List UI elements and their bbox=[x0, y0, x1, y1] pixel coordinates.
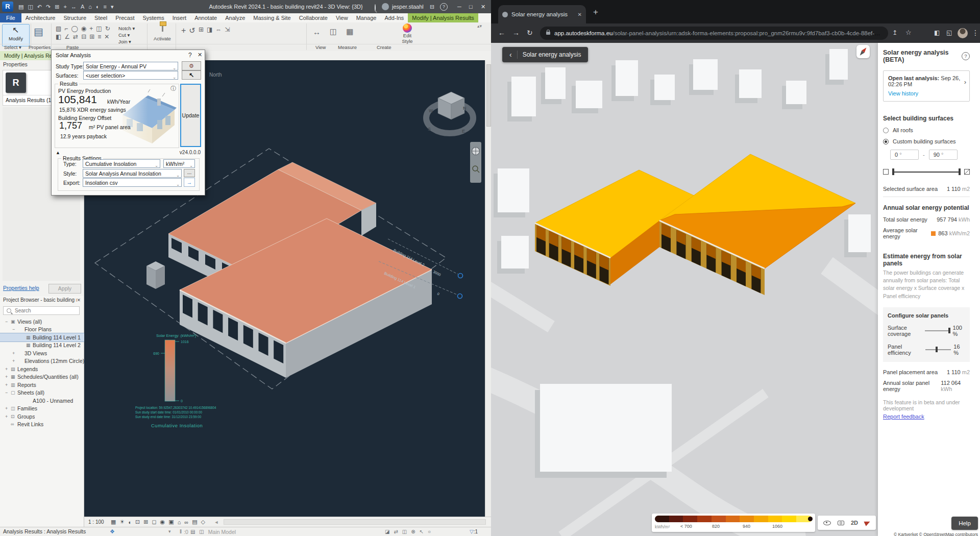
sun-path-icon[interactable]: ☀ bbox=[120, 519, 125, 525]
search-icon[interactable] bbox=[375, 4, 376, 11]
rotate-tool-icon[interactable]: ↺ bbox=[187, 26, 197, 36]
angle-max-input[interactable]: 90 ° bbox=[929, 150, 958, 160]
back-button[interactable]: ← bbox=[498, 29, 505, 37]
default-3d-view-icon[interactable]: ⌂ bbox=[88, 0, 92, 13]
tree-expander[interactable]: + bbox=[5, 414, 11, 419]
ribbon-tab[interactable]: Structure bbox=[59, 13, 90, 22]
chevron-down-icon[interactable]: ▾ bbox=[168, 529, 171, 534]
extensions-puzzle-icon[interactable]: ◧ bbox=[934, 29, 940, 36]
customize-qat-icon[interactable]: ▾ bbox=[111, 0, 114, 13]
viewcube-east[interactable]: E bbox=[462, 129, 465, 134]
activate-button[interactable]: Activate bbox=[151, 25, 174, 41]
scrollbar-thumb[interactable] bbox=[486, 64, 491, 127]
exclude-options-icon[interactable]: ⊗ bbox=[411, 529, 415, 534]
profile-avatar[interactable] bbox=[958, 28, 968, 38]
view-scale[interactable]: 1 : 100 bbox=[88, 519, 104, 525]
all-roofs-option[interactable]: All roofs bbox=[883, 127, 970, 133]
worksharing-display-icon[interactable]: ▤ bbox=[192, 519, 197, 525]
dialog-help-icon[interactable]: ? bbox=[188, 52, 192, 59]
shadows-icon[interactable]: ◐ bbox=[128, 519, 132, 525]
show-crop-icon[interactable]: ⊞ bbox=[143, 519, 148, 525]
thin-lines-icon[interactable]: ≡ bbox=[104, 0, 107, 13]
array-tool-icon[interactable]: ⊞ bbox=[197, 26, 205, 36]
tree-item[interactable]: − ▣ Views (all) bbox=[0, 318, 84, 326]
scale-tool-icon[interactable]: ⇲ bbox=[223, 26, 231, 36]
apply-button[interactable]: Apply bbox=[48, 284, 81, 294]
tree-item[interactable]: + 3D Views bbox=[0, 349, 84, 357]
back-chevron-icon[interactable]: ‹ bbox=[509, 51, 512, 59]
side-panel-icon[interactable]: ◱ bbox=[946, 29, 952, 36]
reload-button[interactable]: ↻ bbox=[527, 29, 533, 37]
ribbon-tab[interactable]: File bbox=[0, 13, 21, 22]
avatar[interactable] bbox=[382, 3, 389, 10]
viewcube-north[interactable]: N bbox=[463, 106, 467, 111]
help-icon[interactable]: ? bbox=[440, 3, 448, 11]
tree-expander[interactable]: − bbox=[5, 319, 11, 324]
forma-canvas[interactable]: ‹ Solar energy analysis Solar energy ana… bbox=[491, 43, 980, 536]
coverage-slider-handle[interactable] bbox=[948, 328, 950, 333]
viewcube-west[interactable]: W bbox=[429, 108, 433, 113]
constraints-icon[interactable]: ∞ bbox=[184, 519, 188, 525]
canvas-vertical-scrollbar[interactable] bbox=[485, 60, 491, 517]
ribbon-tab[interactable]: Architecture bbox=[21, 13, 60, 22]
signed-in-user[interactable]: jesper.staahl bbox=[392, 0, 424, 13]
cut-geometry-icon[interactable]: ◯ bbox=[69, 25, 79, 33]
edit-style-button[interactable]: Edit Style bbox=[397, 23, 418, 44]
tree-item[interactable]: − ▢ Sheets (all) bbox=[0, 389, 84, 397]
close-icon[interactable]: ✕ bbox=[77, 298, 81, 303]
custom-surfaces-option[interactable]: Custom building surfaces bbox=[883, 138, 970, 144]
workset-icon[interactable]: ‖ bbox=[180, 529, 182, 534]
coverage-slider[interactable] bbox=[925, 330, 950, 331]
main-model-label[interactable]: Main Model bbox=[208, 529, 236, 535]
export-button[interactable]: → bbox=[184, 178, 195, 187]
help-button[interactable]: Help bbox=[951, 517, 978, 530]
breadcrumb[interactable]: ‹ Solar energy analysis bbox=[502, 47, 588, 62]
analytical-model-icon[interactable]: ⌂ bbox=[178, 519, 181, 525]
tree-item[interactable]: ∞ Revit Links bbox=[0, 421, 84, 429]
view-window-icon[interactable]: ◫ bbox=[328, 27, 338, 37]
navigation-bar[interactable] bbox=[470, 142, 481, 183]
url-bar[interactable]: app.autodeskforma.eu/solar-panel-analysi… bbox=[540, 27, 888, 40]
2d-mode-button[interactable]: 2D bbox=[851, 520, 858, 526]
menu-kebab-icon[interactable]: ⋮ bbox=[972, 29, 979, 37]
properties-icon[interactable]: ▤ bbox=[34, 26, 43, 38]
link-icon[interactable]: ◫ bbox=[199, 529, 204, 534]
visual-style-icon[interactable]: ▦ bbox=[111, 519, 116, 525]
level-head-icon[interactable] bbox=[458, 294, 462, 299]
ribbon-tab[interactable]: Manage bbox=[352, 13, 381, 22]
slider-handle-max[interactable] bbox=[959, 168, 961, 175]
view-history-link[interactable]: View history bbox=[888, 90, 918, 96]
offset-icon[interactable]: ⇄ bbox=[71, 33, 80, 41]
ribbon-tab[interactable]: Precast bbox=[111, 13, 138, 22]
type-dropdown[interactable]: Cumulative Insolation ⌄ bbox=[83, 159, 160, 168]
new-tab-button[interactable]: + bbox=[593, 7, 598, 17]
filter-control[interactable]: ▽ :1 bbox=[470, 527, 478, 536]
trim-icon[interactable]: ∠ bbox=[63, 33, 71, 41]
tree-item[interactable]: ▦ Building 114 Level 2 bbox=[0, 342, 84, 350]
temporary-hide-icon[interactable]: ◻ bbox=[152, 519, 156, 525]
tree-item[interactable]: A100 - Unnamed bbox=[0, 397, 84, 405]
paste-icon[interactable]: ▧ bbox=[54, 25, 63, 33]
ribbon-tab[interactable]: Annotate bbox=[190, 13, 221, 22]
ribbon-collapse-icon[interactable]: ▴▾ bbox=[477, 23, 482, 29]
editable-only-icon[interactable]: ◪ bbox=[385, 529, 389, 534]
move-cross-icon[interactable]: + bbox=[180, 26, 187, 36]
tree-item[interactable]: + Elevations (12mm Circle) bbox=[0, 357, 84, 366]
sync-status-icon[interactable]: ❖ bbox=[110, 528, 115, 535]
tree-item[interactable]: + ▥ Reports bbox=[0, 381, 84, 389]
delete-icon[interactable]: ✕ bbox=[103, 33, 111, 41]
browser-tab[interactable]: Solar energy analysis ✕ bbox=[498, 5, 586, 23]
tree-expander[interactable]: + bbox=[5, 382, 11, 387]
tree-expander[interactable]: + bbox=[5, 374, 11, 379]
app-store-icon[interactable]: ⊟ bbox=[430, 0, 434, 13]
update-button[interactable]: Update bbox=[180, 84, 201, 147]
study-settings-button[interactable]: ⚙ bbox=[182, 61, 201, 70]
tree-item[interactable]: + ⊡ Groups bbox=[0, 412, 84, 421]
tree-item[interactable]: + ▤ Legends bbox=[0, 365, 84, 373]
dialog-close-icon[interactable]: ✕ bbox=[198, 52, 202, 58]
efficiency-slider[interactable] bbox=[925, 349, 951, 350]
tree-expander[interactable]: + bbox=[5, 367, 11, 372]
camera-icon[interactable] bbox=[838, 521, 844, 525]
cut-button[interactable]: Cut ▾ bbox=[118, 32, 135, 38]
select-underlay-icon[interactable]: ○ bbox=[428, 529, 431, 534]
